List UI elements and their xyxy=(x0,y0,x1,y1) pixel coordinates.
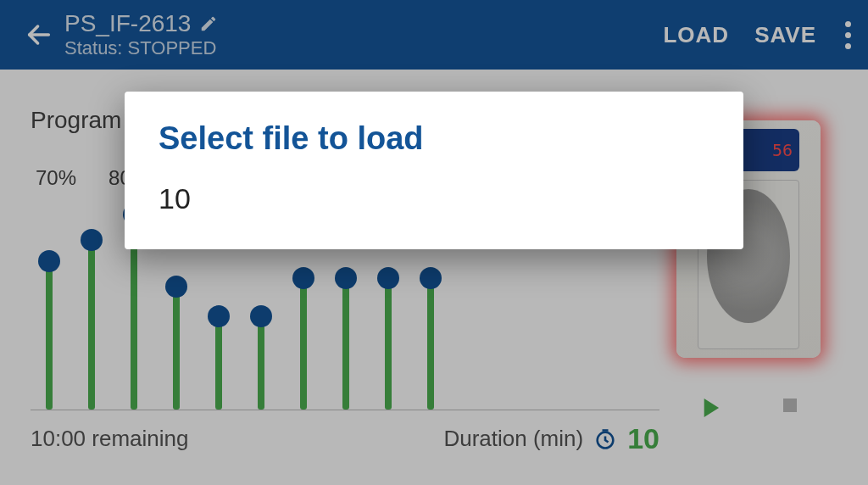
modal-overlay[interactable]: Select file to load 10 xyxy=(0,0,868,485)
dialog-file-item[interactable]: 10 xyxy=(159,182,709,215)
dialog-title: Select file to load xyxy=(159,120,709,157)
load-file-dialog: Select file to load 10 xyxy=(125,92,743,249)
